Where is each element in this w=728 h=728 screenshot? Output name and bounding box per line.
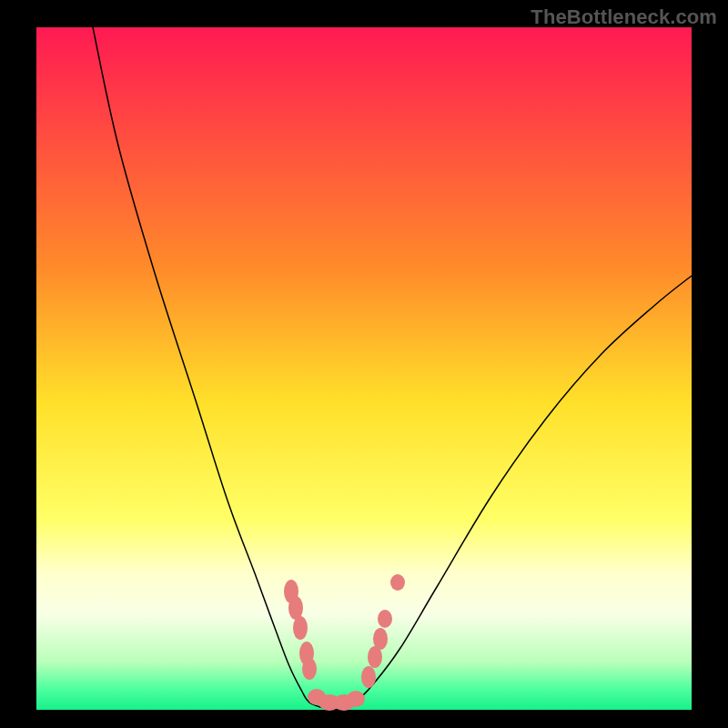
marker-dot (302, 658, 317, 680)
marker-dot (378, 610, 392, 628)
plot-background (36, 27, 692, 710)
watermark-text: TheBottleneck.com (531, 5, 717, 29)
marker-dot (347, 691, 365, 707)
marker-dot (373, 628, 388, 650)
chart-svg (0, 0, 728, 728)
marker-dot (293, 616, 308, 640)
marker-dot (361, 666, 376, 688)
chart-stage: TheBottleneck.com (0, 0, 728, 728)
marker-dot (390, 574, 405, 591)
